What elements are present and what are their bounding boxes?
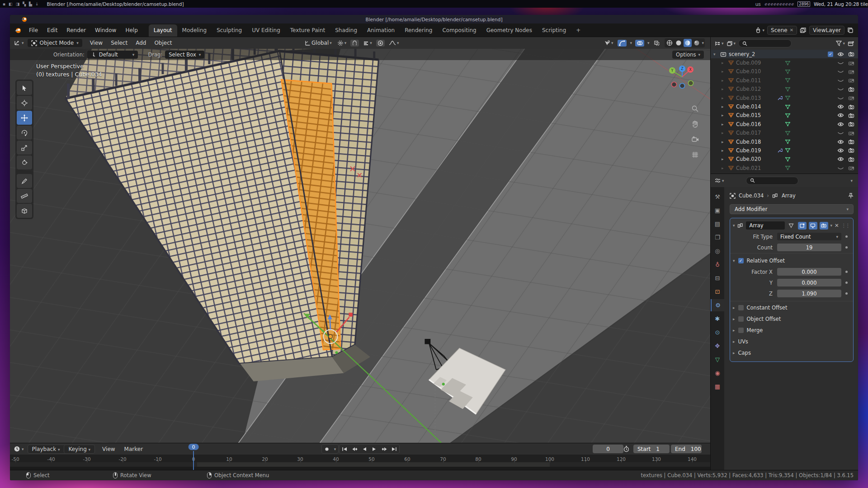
editor-type-selector[interactable]: ▾ <box>14 40 24 46</box>
preview-range-icon[interactable] <box>623 446 630 452</box>
eye-open-icon[interactable] <box>837 140 844 144</box>
modifier-section-row[interactable]: ▸ Merge <box>733 325 850 335</box>
expand-arrow[interactable]: ▸ <box>722 61 726 65</box>
current-frame-indicator[interactable]: 0 <box>189 444 199 450</box>
new-collection-button[interactable] <box>848 41 854 47</box>
properties-tab[interactable]: ▤ <box>711 218 724 230</box>
taskbar-icon[interactable]: ◨ <box>16 2 20 6</box>
system-tray-icons[interactable]: eeeeeeeeee <box>764 2 794 6</box>
taskbar-launcher-icons[interactable]: ▪◧◨▚▙↓ <box>3 2 39 6</box>
section-checkbox[interactable] <box>738 305 744 310</box>
timeline-menu-item[interactable]: View <box>98 444 119 454</box>
viewlayer-selector[interactable]: ViewLayer <box>809 26 844 35</box>
outliner-object-row[interactable]: ▸ Cube.020 <box>711 155 858 164</box>
modifier-render-toggle[interactable] <box>820 222 828 230</box>
outliner-object-row[interactable]: ▸ Cube.016 <box>711 120 858 128</box>
eye-closed-icon[interactable] <box>837 131 844 135</box>
expand-arrow[interactable]: ▸ <box>722 78 726 83</box>
viewport-3d[interactable]: ▾ Object Mode ▾ ViewSelectAddObject Glob… <box>10 37 710 443</box>
object-name[interactable]: Cube.009 <box>736 60 775 66</box>
eye-open-icon[interactable] <box>837 157 844 161</box>
options-button[interactable]: Options ▾ <box>672 51 704 59</box>
playback-menu[interactable]: Playback ▾ <box>28 445 64 453</box>
workspace-tab[interactable]: Texture Paint <box>285 24 330 37</box>
fit-type-dropdown[interactable]: Fixed Count▾ <box>777 233 841 240</box>
eye-closed-icon[interactable] <box>837 166 844 170</box>
prev-keyframe-button[interactable] <box>349 445 359 453</box>
viewlayer-copy-icon[interactable] <box>847 27 854 33</box>
camera-enabled-icon[interactable] <box>848 87 854 92</box>
properties-tab[interactable]: ♁ <box>711 258 724 271</box>
expand-arrow[interactable]: ▸ <box>722 87 726 91</box>
viewport-scene[interactable] <box>10 37 710 443</box>
outliner-collection-row[interactable]: ▾ scenery_2 ✓ <box>711 50 858 58</box>
object-name[interactable]: Cube.014 <box>736 103 775 110</box>
workspace-tab[interactable]: Compositing <box>437 24 481 37</box>
tool-measure[interactable] <box>17 189 32 203</box>
timeline-editor-type[interactable]: ▾ <box>14 446 24 452</box>
camera-view-icon[interactable] <box>689 134 700 145</box>
properties-tab[interactable]: ⊙ <box>711 326 724 338</box>
play-reverse-button[interactable] <box>359 445 369 453</box>
transform-orientation-selector[interactable]: Global▾ <box>303 39 333 47</box>
expand-arrow[interactable]: ▸ <box>722 113 726 117</box>
tool-move[interactable] <box>17 111 32 125</box>
taskbar-icon[interactable]: ◧ <box>9 2 13 6</box>
outliner-object-row[interactable]: ▸ Cube.015 <box>711 111 858 120</box>
properties-search-input[interactable] <box>746 177 798 185</box>
properties-tab[interactable]: ◎ <box>711 245 724 257</box>
tool-cursor[interactable] <box>17 96 32 110</box>
shading-rendered-button[interactable] <box>693 39 701 47</box>
tool-transform[interactable] <box>17 155 32 169</box>
timeline-menu-item[interactable]: Marker <box>120 444 147 454</box>
factor-z-field[interactable]: 1.090 <box>777 290 841 297</box>
relative-offset-label[interactable]: Relative Offset <box>747 258 785 264</box>
mode-selector[interactable]: Object Mode ▾ <box>28 39 82 47</box>
modifier-section-row[interactable]: ▸ UVs <box>733 336 850 347</box>
expand-arrow[interactable]: ▸ <box>722 122 726 127</box>
jump-to-start-button[interactable] <box>340 445 349 453</box>
properties-tab[interactable]: ⊡ <box>711 286 724 298</box>
play-button[interactable] <box>369 445 379 453</box>
modifier-drag-grip[interactable]: ⋮⋮ <box>841 223 849 229</box>
outliner-search-input[interactable] <box>738 39 792 47</box>
start-frame-field[interactable]: Start 1 <box>633 445 670 453</box>
next-keyframe-button[interactable] <box>379 445 389 453</box>
camera-disabled-icon[interactable] <box>848 78 854 83</box>
eye-open-icon[interactable] <box>837 104 844 109</box>
camera-enabled-icon[interactable] <box>848 122 854 127</box>
taskbar-icon[interactable]: ▪ <box>3 2 5 6</box>
modifier-edit-cage-toggle[interactable] <box>787 222 796 230</box>
camera-enabled-icon[interactable] <box>848 139 854 144</box>
eye-closed-icon[interactable] <box>837 96 844 100</box>
eye-open-icon[interactable] <box>837 122 844 127</box>
properties-tab[interactable]: ✥ <box>711 340 724 352</box>
tool-annotate[interactable] <box>17 174 32 188</box>
expand-arrow[interactable]: ▸ <box>722 166 726 170</box>
workspace-tab[interactable]: Geometry Nodes <box>481 24 537 37</box>
properties-tab[interactable]: ▣ <box>711 204 724 216</box>
eye-closed-icon[interactable] <box>837 78 844 83</box>
modifier-close-icon[interactable]: ✕ <box>835 222 839 229</box>
viewport-menu-item[interactable]: Select <box>107 38 132 47</box>
workspace-tab[interactable]: Scripting <box>537 24 571 37</box>
eye-closed-icon[interactable] <box>837 69 844 74</box>
tool-select-box[interactable] <box>17 81 32 95</box>
properties-tab[interactable]: ⚙ <box>711 299 724 311</box>
outliner-object-row[interactable]: ▸ Cube.009 <box>711 58 858 67</box>
object-name[interactable]: Cube.012 <box>736 86 775 92</box>
camera-disabled-icon[interactable] <box>848 61 854 66</box>
camera-enabled-icon[interactable] <box>848 148 854 153</box>
object-name[interactable]: Cube.011 <box>736 77 775 84</box>
end-frame-field[interactable]: End 100 <box>671 445 702 453</box>
expand-arrow[interactable]: ▸ <box>722 140 726 144</box>
object-name[interactable]: Cube.016 <box>736 121 775 127</box>
outliner-object-row[interactable]: ▸ Cube.019 <box>711 146 858 155</box>
modifier-section-row[interactable]: ▸ Object Offset <box>733 314 850 324</box>
taskbar-icon[interactable]: ▙ <box>29 2 32 6</box>
outliner-editor-type[interactable]: ▾ <box>714 41 724 47</box>
menu-item[interactable]: Render <box>62 25 90 35</box>
expand-arrow[interactable]: ▾ <box>713 52 718 56</box>
collection-name[interactable]: scenery_2 <box>729 51 755 57</box>
expand-arrow[interactable]: ▸ <box>722 69 726 74</box>
